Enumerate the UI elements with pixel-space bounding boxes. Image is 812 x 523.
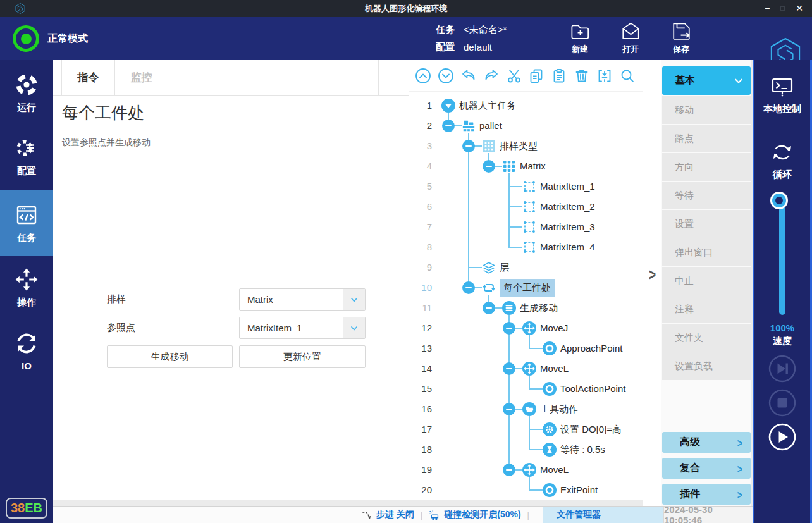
new-button[interactable]: 新建	[562, 20, 598, 55]
speed-slider-handle[interactable]	[772, 194, 786, 207]
field-select-1[interactable]: MatrixItem_1	[239, 317, 366, 339]
tree-connector	[529, 449, 543, 450]
tree-row[interactable]: 15ToolActionPoint	[409, 379, 643, 399]
tree-row[interactable]: 19MoveL	[409, 460, 643, 480]
redo-button[interactable]	[483, 68, 500, 84]
collapse-toggle[interactable]	[462, 140, 475, 152]
cut-button[interactable]	[506, 68, 522, 84]
sidebar-item-operate[interactable]: 操作	[0, 256, 53, 319]
category-basic-header[interactable]: 基本	[662, 66, 751, 95]
mode-status-dot	[21, 34, 32, 44]
sidebar-item-run[interactable]: 运行	[0, 61, 53, 125]
tree-row[interactable]: 10每个工件处	[409, 278, 643, 298]
panel-expander[interactable]: >	[643, 60, 661, 506]
status-badge: 38EB	[6, 498, 47, 519]
collapse-toggle[interactable]	[503, 464, 515, 476]
category-item[interactable]: 等待	[662, 182, 751, 209]
open-button[interactable]: 打开	[612, 20, 649, 55]
tree-row[interactable]: 3排样类型	[409, 136, 643, 156]
tree-row[interactable]: 8MatrixItem_4	[409, 237, 643, 257]
collision-detect-toggle[interactable]: 碰撞检测开启(50%)	[429, 509, 520, 520]
category-item[interactable]: 移动	[662, 96, 751, 124]
matrixitem-icon	[522, 220, 536, 234]
collapse-toggle[interactable]	[503, 362, 515, 375]
copy-icon	[528, 68, 544, 84]
sidebar-item-label: 操作	[17, 297, 36, 309]
category-group[interactable]: 插件>	[662, 484, 751, 505]
tree-row[interactable]: 13ApproachPoint	[409, 338, 643, 359]
category-item[interactable]: 文件夹	[662, 324, 751, 352]
close-button[interactable]: ✕	[796, 0, 803, 17]
tree-row[interactable]: 12MoveJ	[409, 318, 643, 338]
sidebar-item-io[interactable]: IO	[0, 319, 53, 383]
tree-row[interactable]: 4Matrix	[409, 156, 643, 176]
field-select-0[interactable]: Matrix	[239, 288, 366, 311]
tree-row[interactable]: 9层	[409, 257, 643, 278]
collapse-toggle[interactable]	[483, 160, 495, 173]
play-button[interactable]	[768, 423, 796, 451]
insert-button[interactable]	[596, 68, 613, 84]
collapse-toggle[interactable]	[503, 322, 515, 335]
control-item-loop[interactable]: 循环	[754, 140, 810, 181]
chevron-down-icon[interactable]	[343, 289, 365, 310]
tree-row-number: 7	[409, 217, 432, 237]
expand-all-button[interactable]	[438, 68, 454, 84]
collapse-toggle[interactable]	[503, 403, 515, 415]
tree-row-number: 6	[409, 197, 432, 217]
file-manager-button[interactable]: 文件管理器	[543, 507, 663, 523]
category-item[interactable]: 注释	[662, 295, 751, 323]
category-item[interactable]: 中止	[662, 267, 751, 295]
collapse-all-icon	[415, 68, 431, 84]
tree-connector	[529, 388, 543, 390]
category-item[interactable]: 设置负载	[662, 352, 751, 380]
category-item[interactable]: 弹出窗口	[662, 238, 751, 266]
tree-row-label: ToolActionPoint	[560, 379, 625, 399]
collapse-all-button[interactable]	[415, 68, 431, 84]
tree-row-label: MatrixItem_4	[540, 237, 595, 257]
category-item[interactable]: 方向	[662, 153, 751, 181]
collapse-toggle[interactable]	[462, 281, 475, 294]
collapse-toggle[interactable]	[442, 120, 455, 132]
tree-row-label: 层	[500, 257, 509, 278]
generate-move-button[interactable]: 生成移动	[107, 345, 233, 368]
tree-row-number: 15	[409, 379, 432, 399]
tree-row[interactable]: 7MatrixItem_3	[409, 217, 643, 237]
step-mode-icon	[361, 510, 372, 520]
undo-button[interactable]	[460, 68, 477, 84]
tree-row[interactable]: 5MatrixItem_1	[409, 176, 643, 197]
tree-row[interactable]: 14MoveL	[409, 359, 643, 379]
tree-row[interactable]: 16工具动作	[409, 399, 643, 419]
control-item-local-control[interactable]: 本地控制	[754, 74, 810, 115]
tree-row[interactable]: 17设置 DO[0]=高	[409, 419, 643, 440]
delete-button[interactable]	[574, 68, 590, 84]
tree-row[interactable]: 11生成移动	[409, 298, 643, 318]
copy-button[interactable]	[528, 68, 544, 84]
sidebar-item-task[interactable]: 任务	[0, 190, 53, 256]
save-button[interactable]: 保存	[663, 20, 699, 55]
category-group[interactable]: 高级>	[662, 432, 751, 453]
collapse-toggle[interactable]	[483, 302, 495, 314]
tree-row[interactable]: 1机器人主任务	[409, 95, 643, 116]
tree-row[interactable]: 6MatrixItem_2	[409, 197, 643, 217]
category-item[interactable]: 路点	[662, 125, 751, 152]
tree-row[interactable]: 18等待 : 0.5s	[409, 440, 643, 460]
tree-row[interactable]: 2pallet	[409, 116, 643, 136]
search-button[interactable]	[619, 68, 636, 84]
step-mode-toggle[interactable]: 步进 关闭	[361, 509, 414, 520]
tree-row[interactable]: 20ExitPoint	[409, 480, 643, 500]
form-row: 排样Matrix	[107, 288, 372, 311]
chevron-down-icon[interactable]	[343, 317, 365, 338]
category-group[interactable]: 复合>	[662, 458, 751, 479]
speed-slider-track	[779, 204, 785, 315]
tab-0[interactable]: 指令	[61, 60, 115, 96]
category-item[interactable]: 设置	[662, 210, 751, 238]
minimize-button[interactable]: –	[765, 0, 770, 17]
tab-1[interactable]: 监控	[114, 60, 168, 96]
paste-button[interactable]	[551, 68, 567, 84]
sidebar-item-config[interactable]: 配置	[0, 125, 53, 188]
step-button[interactable]	[768, 355, 796, 383]
maximize-button[interactable]	[780, 6, 785, 11]
new-label: 新建	[572, 44, 588, 55]
update-position-button[interactable]: 更新位置	[239, 345, 366, 368]
stop-button[interactable]	[768, 389, 796, 417]
